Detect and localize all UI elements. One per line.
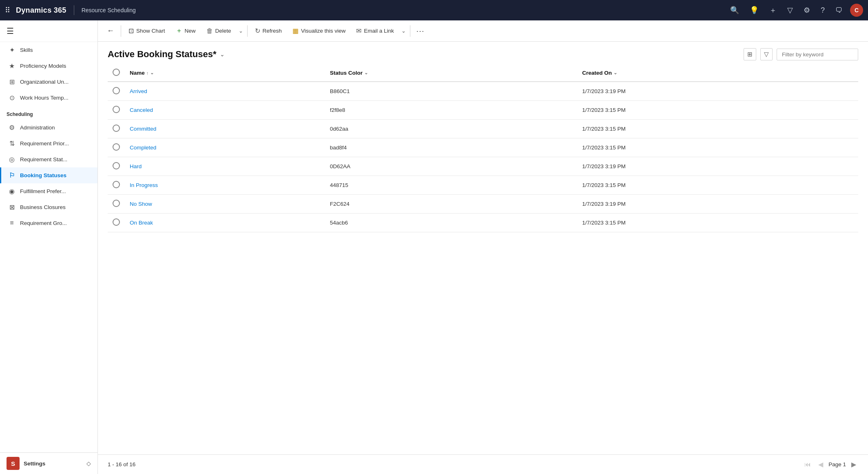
row-checkbox[interactable] [113, 125, 120, 132]
created-on-cell: 1/7/2023 3:19 PM [577, 195, 858, 214]
status-color-cell: F2C624 [325, 195, 578, 214]
row-checkbox[interactable] [113, 181, 120, 188]
row-checkbox[interactable] [113, 87, 120, 94]
sidebar-item-requirement-prior[interactable]: ⇅ Requirement Prior... [0, 136, 97, 151]
sidebar-item-label: Booking Statuses [20, 172, 66, 178]
created-on-cell: 1/7/2023 3:19 PM [577, 82, 858, 101]
search-icon[interactable]: 🔍 [727, 4, 742, 16]
sidebar-item-requirement-gro[interactable]: ≡ Requirement Gro... [0, 215, 97, 231]
table-row: Canceled f2f8e8 1/7/2023 3:15 PM [108, 101, 858, 120]
show-chart-icon: ⊡ [128, 27, 134, 35]
settings-avatar: S [7, 457, 20, 470]
select-all-header[interactable] [108, 65, 125, 82]
sidebar-item-proficiency-models[interactable]: ★ Proficiency Models [0, 58, 97, 74]
sidebar-item-administration[interactable]: ⚙ Administration [0, 120, 97, 136]
record-name-link[interactable]: No Show [130, 201, 152, 207]
view-columns-button[interactable]: ⊞ [744, 48, 756, 60]
sidebar-item-label: Business Closures [20, 204, 66, 210]
row-checkbox[interactable] [113, 218, 120, 226]
toolbar-divider-3 [410, 25, 410, 37]
fulfillment-icon: ◉ [8, 187, 16, 195]
booking-statuses-table: Name ↑ ⌄ Status Color ⌄ [108, 65, 858, 232]
view-title: Active Booking Statuses* [108, 49, 217, 60]
select-all-checkbox[interactable] [113, 69, 120, 76]
sidebar-item-booking-statuses[interactable]: ⚐ Booking Statuses [0, 167, 97, 183]
toolbar: ← ⊡ Show Chart ＋ New 🗑 Delete ⌄ ↻ Refres… [98, 20, 868, 42]
proficiency-icon: ★ [8, 62, 16, 70]
new-button[interactable]: ＋ New [171, 24, 201, 38]
settings-icon[interactable]: ⚙ [800, 4, 813, 16]
sidebar-menu-button[interactable]: ☰ [0, 20, 97, 42]
name-sort-dropdown-icon[interactable]: ⌄ [150, 70, 154, 76]
sidebar-item-label: Skills [20, 47, 33, 53]
back-button[interactable]: ← [103, 24, 118, 38]
page-label: Page 1 [828, 461, 846, 467]
record-name-link[interactable]: Canceled [130, 107, 153, 113]
row-checkbox-cell [108, 195, 125, 214]
sidebar-item-label: Requirement Gro... [20, 220, 67, 226]
table-row: Committed 0d62aa 1/7/2023 3:15 PM [108, 120, 858, 138]
visualize-button[interactable]: ▦ Visualize this view [288, 24, 350, 37]
hamburger-icon[interactable]: ☰ [7, 27, 14, 36]
status-color-cell: bad8f4 [325, 138, 578, 157]
record-count: 1 - 16 of 16 [108, 461, 135, 467]
chat-icon[interactable]: 🗨 [832, 4, 846, 16]
view-title-chevron-icon[interactable]: ⌄ [220, 51, 225, 58]
row-checkbox[interactable] [113, 143, 120, 151]
status-color-sort-dropdown-icon[interactable]: ⌄ [364, 70, 368, 76]
content-area: ← ⊡ Show Chart ＋ New 🗑 Delete ⌄ ↻ Refres… [98, 20, 868, 474]
nav-divider [74, 5, 74, 15]
table-header-row: Name ↑ ⌄ Status Color ⌄ [108, 65, 858, 82]
next-page-button[interactable]: ▶ [849, 460, 858, 469]
brand-name: Dynamics 365 [16, 6, 66, 15]
record-name-link[interactable]: Committed [130, 126, 156, 132]
email-dropdown-button[interactable]: ⌄ [400, 25, 407, 36]
record-name-link[interactable]: In Progress [130, 182, 158, 188]
row-checkbox[interactable] [113, 162, 120, 169]
view-filter-button[interactable]: ▽ [760, 48, 773, 60]
sidebar-item-skills[interactable]: ✦ Skills [0, 42, 97, 58]
sidebar-footer[interactable]: S Settings ◇ [0, 452, 97, 474]
more-options-icon[interactable]: ⋯ [413, 24, 427, 38]
created-on-column-header[interactable]: Created On ⌄ [577, 65, 858, 82]
sidebar-item-work-hours[interactable]: ⊙ Work Hours Temp... [0, 90, 97, 106]
created-on-sort-dropdown-icon[interactable]: ⌄ [613, 70, 617, 76]
delete-dropdown-button[interactable]: ⌄ [237, 25, 245, 36]
row-checkbox[interactable] [113, 200, 120, 207]
sidebar-item-business-closures[interactable]: ⊠ Business Closures [0, 199, 97, 215]
requirement-prior-icon: ⇅ [8, 140, 16, 147]
table-body: Arrived B860C1 1/7/2023 3:19 PM Canceled… [108, 82, 858, 232]
lightbulb-icon[interactable]: 💡 [746, 4, 762, 16]
name-column-header[interactable]: Name ↑ ⌄ [125, 65, 325, 82]
add-icon[interactable]: ＋ [766, 4, 780, 17]
show-chart-button[interactable]: ⊡ Show Chart [124, 24, 170, 37]
status-color-column-header[interactable]: Status Color ⌄ [325, 65, 578, 82]
refresh-button[interactable]: ↻ Refresh [250, 24, 287, 37]
table-footer: 1 - 16 of 16 ⏮ ◀ Page 1 ▶ [98, 454, 868, 474]
user-avatar[interactable]: C [850, 4, 863, 17]
sidebar-item-requirement-stat[interactable]: ◎ Requirement Stat... [0, 151, 97, 167]
booking-statuses-icon: ⚐ [8, 171, 16, 179]
grid-icon[interactable]: ⠿ [5, 6, 10, 15]
created-on-cell: 1/7/2023 3:19 PM [577, 157, 858, 176]
sidebar-item-org-units[interactable]: ⊞ Organizational Un... [0, 74, 97, 90]
delete-button[interactable]: 🗑 Delete [202, 25, 236, 37]
first-page-button[interactable]: ⏮ [802, 460, 813, 469]
name-sort-icon: ↑ [146, 71, 149, 76]
filter-icon[interactable]: ▽ [784, 4, 796, 16]
top-navigation: ⠿ Dynamics 365 Resource Scheduling 🔍 💡 ＋… [0, 0, 868, 20]
row-checkbox[interactable] [113, 106, 120, 113]
status-color-cell: 54acb6 [325, 214, 578, 232]
record-name-link[interactable]: Completed [130, 145, 156, 151]
table-row: In Progress 448715 1/7/2023 3:15 PM [108, 176, 858, 195]
record-name-link[interactable]: Arrived [130, 88, 147, 94]
prev-page-button[interactable]: ◀ [816, 460, 825, 469]
view-actions: ⊞ ▽ [744, 48, 858, 60]
help-icon[interactable]: ? [817, 4, 828, 16]
record-name-link[interactable]: Hard [130, 163, 142, 169]
record-name-link[interactable]: On Break [130, 220, 153, 226]
filter-input[interactable] [777, 49, 858, 60]
business-closures-icon: ⊠ [8, 203, 16, 211]
email-link-button[interactable]: ✉ Email a Link [351, 24, 399, 37]
sidebar-item-fulfillment-prefer[interactable]: ◉ Fulfillment Prefer... [0, 183, 97, 199]
